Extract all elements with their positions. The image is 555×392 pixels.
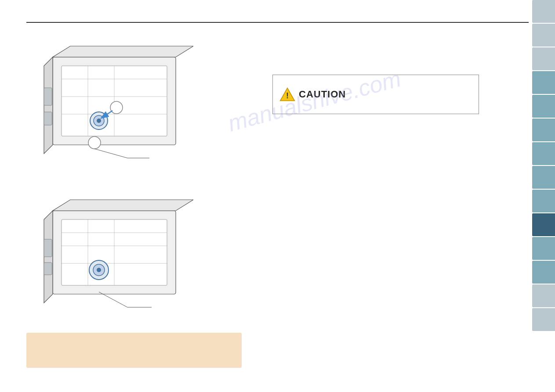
note-box [26,333,242,368]
svg-point-12 [110,101,123,114]
svg-rect-34 [44,239,52,257]
svg-point-11 [97,119,101,123]
sidebar-tab-1[interactable] [532,0,555,23]
main-content: ! CAUTION manualshive.com [0,0,532,392]
sidebar-tab-14[interactable] [532,308,555,331]
caution-label: CAUTION [299,89,346,100]
warning-triangle-icon: ! [279,86,295,102]
svg-rect-18 [44,88,52,105]
sidebar-tab-3[interactable] [532,47,555,70]
sidebar-tab-12[interactable] [532,261,555,284]
sidebar-tab-2[interactable] [532,24,555,47]
sidebar-tab-10[interactable] [532,213,555,236]
svg-marker-1 [53,46,193,57]
sidebar-tab-6[interactable] [532,119,555,141]
svg-rect-35 [44,263,52,275]
sidebar-tab-13[interactable] [532,284,555,307]
sidebar-tab-8[interactable] [532,166,555,189]
sidebar-tab-7[interactable] [532,142,555,165]
diagram-bottom [26,198,193,325]
sidebar-tab-9[interactable] [532,190,555,212]
caution-box: ! CAUTION [272,75,479,114]
svg-text:!: ! [286,91,289,100]
svg-rect-19 [44,112,52,125]
diagram-top [26,44,193,180]
svg-line-16 [94,149,127,158]
svg-marker-21 [53,200,193,211]
sidebar-tab-11[interactable] [532,237,555,260]
sidebar-tab-4[interactable] [532,71,555,94]
svg-point-31 [97,268,101,272]
svg-point-13 [88,137,101,149]
sidebar [532,0,555,392]
sidebar-tab-5[interactable] [532,95,555,118]
